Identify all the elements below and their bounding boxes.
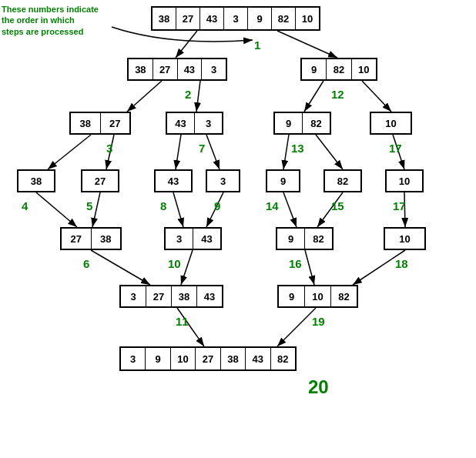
step-17-n17b: 17 bbox=[393, 199, 406, 212]
node-n11: 3273843 bbox=[119, 285, 223, 308]
node-n10: 343 bbox=[164, 227, 222, 250]
step-7-n7: 7 bbox=[199, 142, 205, 155]
svg-line-21 bbox=[91, 250, 150, 285]
svg-line-4 bbox=[196, 81, 200, 112]
step-15-n15: 15 bbox=[331, 199, 344, 212]
node-n17: 10 bbox=[370, 112, 412, 135]
svg-line-9 bbox=[176, 135, 181, 169]
step-6-n6: 6 bbox=[83, 257, 89, 270]
step-18-n18: 18 bbox=[395, 257, 408, 270]
node-n19: 91082 bbox=[277, 285, 358, 308]
svg-line-12 bbox=[316, 135, 343, 169]
svg-line-16 bbox=[173, 192, 183, 227]
svg-line-3 bbox=[127, 81, 162, 112]
node-n8: 43 bbox=[154, 169, 193, 192]
step-14-n14: 14 bbox=[266, 199, 279, 212]
step-4-n4: 4 bbox=[22, 199, 28, 212]
step-17-n17: 17 bbox=[389, 142, 402, 155]
step-3-n3: 3 bbox=[106, 142, 112, 155]
node-n12: 98210 bbox=[300, 58, 377, 81]
node-n5: 27 bbox=[81, 169, 119, 192]
svg-line-18 bbox=[283, 192, 297, 227]
node-n7: 433 bbox=[166, 112, 223, 135]
step-16-n16: 16 bbox=[289, 257, 302, 270]
step-20-n20: 20 bbox=[308, 376, 329, 398]
node-n17b: 10 bbox=[385, 169, 424, 192]
svg-line-2 bbox=[277, 31, 337, 58]
node-n15: 82 bbox=[323, 169, 362, 192]
svg-line-23 bbox=[305, 250, 314, 285]
node-n13: 982 bbox=[273, 112, 331, 135]
svg-line-5 bbox=[304, 81, 323, 112]
svg-line-1 bbox=[176, 31, 197, 58]
svg-line-26 bbox=[277, 308, 316, 346]
svg-line-10 bbox=[206, 135, 220, 169]
step-1-root: 1 bbox=[254, 38, 260, 52]
svg-line-11 bbox=[283, 135, 289, 169]
step-2-n2: 2 bbox=[185, 88, 191, 101]
step-10-n10: 10 bbox=[168, 257, 181, 270]
node-n6: 2738 bbox=[60, 227, 122, 250]
node-n14: 9 bbox=[266, 169, 300, 192]
step-9-n9: 9 bbox=[214, 199, 220, 212]
node-n4: 38 bbox=[17, 169, 55, 192]
svg-line-22 bbox=[181, 250, 193, 285]
step-13-n13: 13 bbox=[291, 142, 304, 155]
node-n9: 3 bbox=[206, 169, 240, 192]
node-root: 382743398210 bbox=[151, 6, 320, 31]
annotation-text: These numbers indicatethe order in which… bbox=[2, 4, 99, 37]
node-n20: 391027384382 bbox=[119, 346, 297, 371]
step-11-n11: 11 bbox=[176, 315, 189, 328]
step-19-n19: 19 bbox=[312, 315, 325, 328]
svg-line-15 bbox=[92, 192, 100, 227]
svg-line-14 bbox=[36, 192, 77, 227]
node-n18: 10 bbox=[384, 227, 426, 250]
svg-line-6 bbox=[362, 81, 391, 112]
svg-line-7 bbox=[48, 135, 91, 169]
step-5-n5: 5 bbox=[86, 199, 92, 212]
step-8-n8: 8 bbox=[160, 199, 166, 212]
node-n16: 982 bbox=[276, 227, 334, 250]
node-n3: 3827 bbox=[69, 112, 131, 135]
step-12-n12: 12 bbox=[331, 88, 344, 101]
node-n2: 3827433 bbox=[127, 58, 227, 81]
